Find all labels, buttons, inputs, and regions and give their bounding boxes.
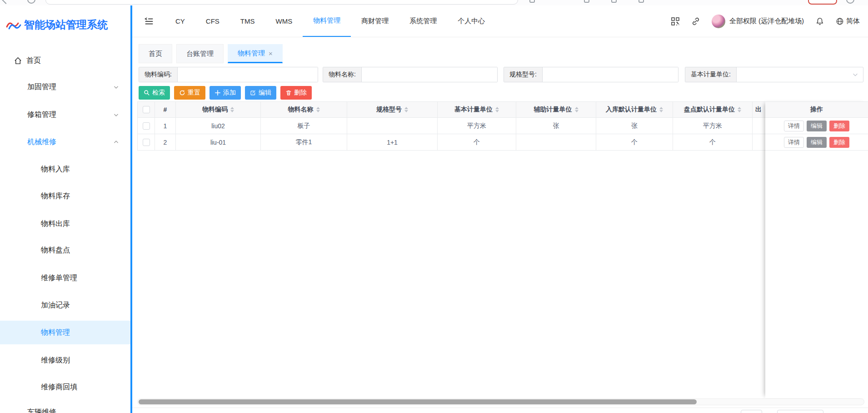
fixed-operations-column: 操作 详情 编辑 删除 详情 编辑 删除	[765, 101, 868, 398]
browser-back-icon[interactable]	[1, 0, 10, 4]
nav-item-material-management[interactable]: 物料管理	[303, 5, 351, 37]
edit-button[interactable]: 编辑	[245, 86, 276, 100]
delete-button[interactable]: 删除	[280, 86, 312, 100]
sidebar-item-label: 物料出库	[41, 219, 70, 229]
sort-icon[interactable]	[659, 107, 663, 112]
sidebar-item-machinery-maintenance[interactable]: 机械维修	[0, 130, 130, 154]
nav-item-cy[interactable]: CY	[165, 5, 195, 37]
row-delete-button[interactable]: 删除	[829, 137, 849, 148]
material-code-input[interactable]	[178, 67, 318, 82]
row-delete-button[interactable]: 删除	[829, 121, 849, 131]
table-row[interactable]: 2 liu-01 零件1 1+1 个 个 个	[137, 134, 765, 151]
sort-icon[interactable]	[738, 107, 741, 112]
tab-material-management[interactable]: 物料管理 ×	[228, 44, 283, 63]
row-edit-button[interactable]: 编辑	[807, 121, 827, 131]
nav-item-tms[interactable]: TMS	[230, 5, 265, 37]
sidebar-item-refuel-record[interactable]: 加油记录	[0, 293, 130, 317]
browser-extension-icon[interactable]	[529, 0, 535, 3]
browser-toolbar-icon[interactable]	[584, 0, 589, 3]
col-spec[interactable]: 规格型号	[347, 102, 437, 117]
link-icon[interactable]	[691, 17, 700, 26]
sidebar-item-material-outbound[interactable]: 物料出库	[0, 212, 130, 236]
edit-button-label: 编辑	[259, 89, 271, 97]
sort-icon[interactable]	[404, 107, 408, 112]
row-edit-button[interactable]: 编辑	[807, 137, 827, 148]
sidebar-item-container-repair[interactable]: 修箱管理	[0, 103, 130, 126]
tab-ledger[interactable]: 台账管理	[176, 44, 224, 63]
cell-name: 板子	[260, 118, 347, 134]
sidebar-item-repairer-backfill[interactable]: 维修商回填	[0, 375, 130, 399]
base-unit-select[interactable]	[737, 67, 863, 82]
horizontal-scrollbar[interactable]	[137, 398, 864, 405]
col-material-name[interactable]: 物料名称	[260, 102, 347, 117]
row-detail-button[interactable]: 详情	[784, 137, 804, 148]
col-clipped: 出	[752, 102, 765, 117]
browser-profile-pill[interactable]	[808, 0, 837, 5]
browser-address-bar[interactable]	[45, 0, 518, 5]
nav-item-cfs[interactable]: CFS	[195, 5, 230, 37]
pagination-button-partial[interactable]	[777, 410, 823, 413]
sidebar-item-repair-order[interactable]: 维修单管理	[0, 266, 130, 290]
material-name-input[interactable]	[362, 67, 497, 82]
tab-home[interactable]: 首页	[139, 44, 172, 63]
row-detail-button[interactable]: 详情	[784, 121, 804, 131]
row-checkbox[interactable]	[143, 122, 150, 130]
sidebar-item-material-stock[interactable]: 物料库存	[0, 184, 130, 208]
top-nav: CY CFS TMS WMS 物料管理 商财管理 系统管理 个人中心	[165, 5, 495, 37]
browser-menu-icon[interactable]	[846, 0, 854, 4]
add-button[interactable]: 添加	[210, 86, 241, 100]
nav-item-personal-center[interactable]: 个人中心	[447, 5, 495, 37]
sidebar-item-material-inbound[interactable]: 物料入库	[0, 157, 130, 181]
cell-inbound-unit: 个	[596, 134, 673, 150]
col-base-unit[interactable]: 基本计量单位	[437, 102, 516, 117]
chevron-down-icon	[113, 112, 119, 118]
chevron-down-icon	[852, 71, 858, 78]
col-inbound-unit[interactable]: 入库默认计量单位	[596, 102, 673, 117]
sort-icon[interactable]	[575, 107, 579, 112]
col-check-unit[interactable]: 盘点默认计量单位	[673, 102, 752, 117]
sidebar: 智能场站管理系统 首页 加固管理 修箱管理 机械维修 物料入库 物料库存 物料出…	[0, 5, 130, 413]
tab-label: 首页	[149, 50, 162, 58]
select-all-checkbox[interactable]	[143, 106, 150, 113]
qr-code-icon[interactable]	[671, 17, 680, 26]
user-menu[interactable]: 全部权限 (远洋仓配堆场)	[712, 15, 804, 28]
filter-base-unit: 基本计量单位:	[685, 67, 863, 82]
sidebar-item-vehicle-maintenance[interactable]: 车辆维修	[0, 400, 130, 413]
sort-icon[interactable]	[230, 107, 234, 112]
bell-icon[interactable]	[815, 17, 824, 26]
col-aux-unit[interactable]: 辅助计量单位	[516, 102, 596, 117]
pagination-button-partial[interactable]	[741, 410, 762, 413]
col-label: 基本计量单位	[454, 106, 493, 114]
sidebar-item-home[interactable]: 首页	[0, 49, 130, 72]
filter-spec: 规格型号:	[504, 67, 678, 82]
spec-input[interactable]	[543, 67, 678, 82]
nav-item-finance[interactable]: 商财管理	[351, 5, 399, 37]
sidebar-item-label: 加固管理	[27, 82, 56, 92]
scrollbar-thumb[interactable]	[139, 399, 697, 404]
col-label: 物料编码	[202, 106, 228, 114]
sidebar-item-label: 加油记录	[41, 301, 70, 310]
row-checkbox[interactable]	[143, 139, 150, 146]
sidebar-collapse-icon[interactable]	[144, 5, 154, 37]
browser-toolbar-icon[interactable]	[611, 0, 617, 3]
sidebar-item-material-check[interactable]: 物料盘点	[0, 238, 130, 262]
sidebar-item-material-management[interactable]: 物料管理	[0, 321, 130, 344]
close-icon[interactable]: ×	[269, 50, 273, 57]
language-switcher[interactable]: 简体	[836, 17, 860, 25]
sidebar-item-repair-level[interactable]: 维修级别	[0, 348, 130, 372]
browser-reload-icon[interactable]	[27, 0, 35, 4]
col-material-code[interactable]: 物料编码	[175, 102, 260, 117]
sidebar-item-reinforce[interactable]: 加固管理	[0, 75, 130, 99]
table-row[interactable]: 1 liu02 板子 平方米 张 张 平方米	[137, 118, 765, 134]
nav-item-wms[interactable]: WMS	[265, 5, 303, 37]
sort-icon[interactable]	[495, 107, 499, 112]
reset-button[interactable]: 重置	[174, 86, 205, 100]
filter-label: 物料名称:	[323, 67, 362, 82]
sidebar-item-label: 修箱管理	[27, 110, 56, 120]
sort-icon[interactable]	[316, 107, 320, 112]
cell-spec	[347, 118, 437, 134]
sidebar-item-label: 维修商回填	[41, 383, 77, 392]
search-button[interactable]: 检索	[139, 86, 170, 100]
nav-item-system[interactable]: 系统管理	[399, 5, 447, 37]
browser-toolbar-icon[interactable]	[639, 0, 644, 3]
